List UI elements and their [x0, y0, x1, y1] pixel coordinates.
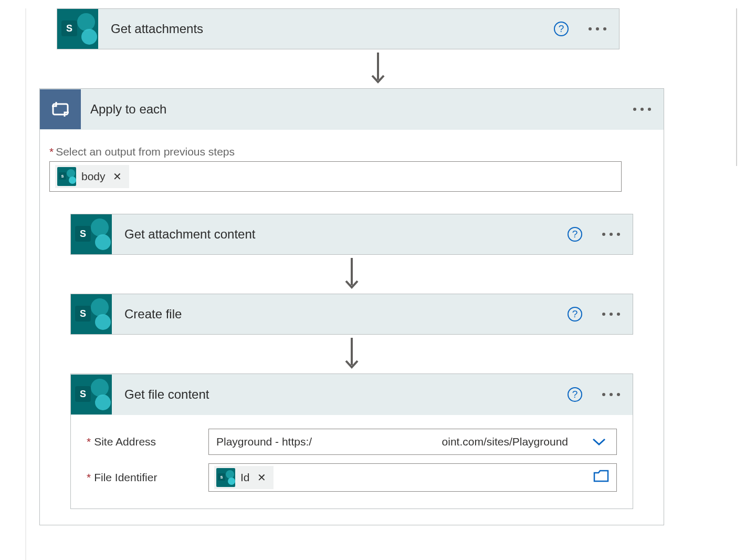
output-label: *Select an output from previous steps: [49, 146, 654, 158]
connector-arrow: [49, 255, 654, 294]
step-create-file[interactable]: S Create file ?: [70, 294, 633, 335]
step-title: Create file: [112, 307, 568, 322]
step-title: Get file content: [112, 387, 568, 402]
step-get-file-content: S Get file content ? *Site Address Playg…: [70, 374, 633, 509]
step-get-attachments[interactable]: S Get attachments ?: [57, 8, 620, 49]
token-label: Id: [240, 471, 250, 484]
more-icon[interactable]: [633, 108, 651, 111]
step-title: Get attachment content: [112, 227, 568, 242]
step-get-attachment-content[interactable]: S Get attachment content ?: [70, 214, 633, 255]
step-title: Apply to each: [81, 102, 633, 117]
close-icon[interactable]: ✕: [111, 170, 124, 183]
help-icon[interactable]: ?: [568, 227, 582, 242]
sharepoint-icon: S: [71, 375, 112, 414]
panel-right-border: [736, 8, 737, 166]
connector-arrow: [26, 49, 730, 88]
connector-arrow: [49, 335, 654, 374]
site-address-label: *Site Address: [87, 435, 208, 448]
close-icon[interactable]: ✕: [255, 471, 268, 484]
token-body[interactable]: s body ✕: [55, 165, 129, 188]
more-icon[interactable]: [589, 27, 606, 30]
sharepoint-icon: s: [216, 468, 235, 487]
sharepoint-icon: S: [57, 9, 98, 49]
sharepoint-icon: s: [57, 167, 76, 186]
sharepoint-icon: S: [71, 214, 112, 254]
sharepoint-icon: S: [71, 294, 112, 334]
step-get-file-content-header[interactable]: S Get file content ?: [71, 374, 633, 415]
more-icon[interactable]: [602, 313, 620, 316]
chevron-down-icon[interactable]: [589, 434, 609, 450]
token-label: body: [81, 170, 106, 183]
panel-left-border: [25, 8, 26, 560]
file-identifier-label: *File Identifier: [87, 471, 208, 484]
step-apply-to-each-header[interactable]: Apply to each: [40, 89, 664, 130]
site-address-value: Playground - https:/ oint.com/sites/Play…: [216, 435, 589, 448]
help-icon[interactable]: ?: [568, 307, 582, 322]
output-token-input[interactable]: s body ✕: [49, 161, 622, 192]
step-apply-to-each-container: Apply to each *Select an output from pre…: [39, 88, 664, 525]
help-icon[interactable]: ?: [568, 387, 582, 402]
loop-icon: [40, 89, 81, 129]
file-identifier-input[interactable]: s Id ✕: [208, 463, 617, 492]
site-address-combo[interactable]: Playground - https:/ oint.com/sites/Play…: [208, 429, 617, 455]
help-icon[interactable]: ?: [554, 22, 569, 36]
step-title: Get attachments: [98, 22, 554, 36]
more-icon[interactable]: [602, 233, 620, 236]
folder-icon[interactable]: [591, 470, 611, 485]
more-icon[interactable]: [602, 393, 620, 396]
token-id[interactable]: s Id ✕: [214, 466, 274, 489]
